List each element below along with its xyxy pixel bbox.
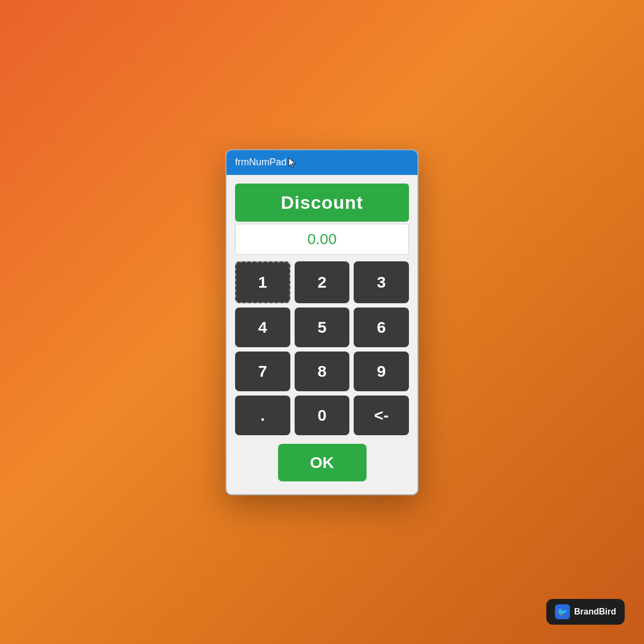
- brandbird-badge: 🐦 BrandBird: [546, 599, 625, 625]
- ok-button[interactable]: OK: [278, 444, 367, 481]
- num-btn-dot[interactable]: .: [235, 396, 290, 435]
- ok-row: OK: [235, 442, 409, 486]
- window-title: frmNumPad: [235, 157, 287, 168]
- num-btn-backspace[interactable]: <-: [354, 396, 409, 435]
- num-btn-5[interactable]: 5: [295, 308, 350, 347]
- dialog-body: Discount 0.00 1 2 3 4 5 6 7 8 9 . 0 <- O…: [226, 175, 418, 494]
- num-btn-9[interactable]: 9: [354, 352, 409, 391]
- num-btn-4[interactable]: 4: [235, 308, 290, 347]
- num-btn-1[interactable]: 1: [235, 261, 290, 303]
- value-display: 0.00: [235, 224, 409, 255]
- num-btn-0[interactable]: 0: [295, 396, 350, 435]
- num-btn-3[interactable]: 3: [354, 261, 409, 303]
- dialog-window: frmNumPad Discount 0.00 1 2 3 4 5 6 7 8 …: [225, 149, 419, 495]
- cursor-icon: [288, 157, 297, 169]
- label-banner: Discount: [235, 184, 409, 222]
- brandbird-label: BrandBird: [574, 607, 616, 617]
- num-btn-2[interactable]: 2: [295, 261, 350, 303]
- num-btn-6[interactable]: 6: [354, 308, 409, 347]
- numpad-grid: 1 2 3 4 5 6 7 8 9 . 0 <-: [235, 261, 409, 435]
- value-text: 0.00: [308, 231, 337, 247]
- num-btn-7[interactable]: 7: [235, 352, 290, 391]
- label-text: Discount: [281, 192, 363, 213]
- brandbird-icon: 🐦: [555, 604, 570, 619]
- title-bar[interactable]: frmNumPad: [226, 150, 418, 175]
- num-btn-8[interactable]: 8: [295, 352, 350, 391]
